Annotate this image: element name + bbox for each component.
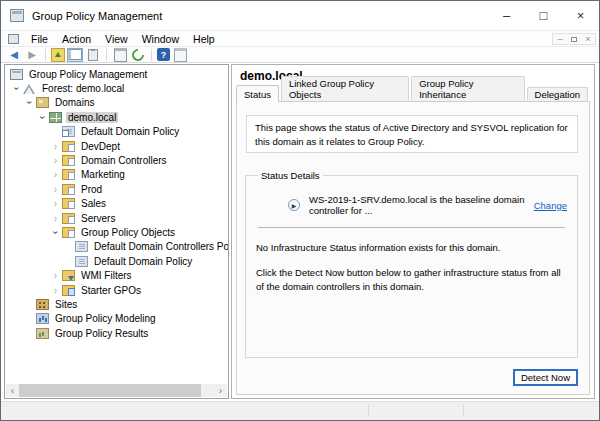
expand-chevron-icon[interactable]: › <box>49 139 62 153</box>
baseline-dc-row: ▶ WS-2019-1-SRV.demo.local is the baseli… <box>256 194 567 216</box>
expand-chevron-icon[interactable]: › <box>49 153 62 167</box>
scrollbar-track[interactable] <box>19 384 214 397</box>
status-details-legend: Status Details <box>258 170 323 181</box>
gpo-link-icon <box>62 126 75 137</box>
expand-chevron-icon[interactable]: › <box>49 268 62 282</box>
tree-item-forest-demo-local[interactable]: ›Forest: demo.local <box>5 81 228 95</box>
tree-item-sales[interactable]: ›Sales <box>5 197 228 211</box>
expand-chevron-icon[interactable]: › <box>49 197 62 211</box>
menu-window[interactable]: Window <box>135 32 186 46</box>
expander-spacer <box>23 297 36 311</box>
tree-item-wmi-filters[interactable]: ›WMI Filters <box>5 268 228 282</box>
tab-group-policy-inheritance[interactable]: Group Policy Inheritance <box>411 76 524 102</box>
modeling-icon <box>36 313 49 324</box>
statusbar-separator <box>463 405 464 417</box>
forward-icon[interactable] <box>24 48 40 62</box>
scroll-left-icon[interactable]: ‹ <box>6 384 19 397</box>
console-tree-panel: Group Policy Management›Forest: demo.loc… <box>4 64 229 399</box>
tree-item-sites[interactable]: Sites <box>5 297 228 311</box>
tree-item-label: Domains <box>53 97 96 108</box>
tree-item-starter-gpos[interactable]: ›Starter GPOs <box>5 283 228 297</box>
expander-spacer <box>23 312 36 326</box>
console-icon <box>10 69 23 80</box>
menu-action[interactable]: Action <box>55 32 98 46</box>
gpo-icon <box>75 256 88 267</box>
ou-icon <box>62 169 75 180</box>
domain-icon <box>49 112 62 123</box>
tree-item-label: Group Policy Management <box>27 69 149 80</box>
help-icon[interactable] <box>157 48 170 61</box>
export-list-icon[interactable] <box>172 48 188 62</box>
gpmc-snapin-icon <box>8 34 19 44</box>
status-tab-page: This page shows the status of Active Dir… <box>236 101 590 395</box>
window-title: Group Policy Management <box>32 10 162 22</box>
tree-item-devdept[interactable]: ›DevDept <box>5 139 228 153</box>
wmi-icon <box>62 270 75 281</box>
close-button[interactable]: × <box>562 1 599 30</box>
properties-icon[interactable] <box>112 48 128 62</box>
toolbar-separator <box>151 49 152 61</box>
collapse-chevron-icon[interactable]: › <box>10 81 23 95</box>
tab-delegation[interactable]: Delegation <box>527 87 588 102</box>
collapse-chevron-icon[interactable]: › <box>49 225 62 239</box>
tree-item-servers[interactable]: ›Servers <box>5 211 228 225</box>
console-tree: Group Policy Management›Forest: demo.loc… <box>5 67 228 384</box>
tree-item-default-domain-policy[interactable]: Default Domain Policy <box>5 254 228 268</box>
tree-item-label: Default Domain Policy <box>79 126 181 137</box>
tree-item-default-domain-policy[interactable]: Default Domain Policy <box>5 125 228 139</box>
expand-status-icon[interactable]: ▶ <box>288 199 300 211</box>
mdi-minimize-button[interactable]: – <box>553 34 567 44</box>
toolbar-separator <box>45 49 46 61</box>
ou-icon <box>62 198 75 209</box>
tree-item-group-policy-modeling[interactable]: Group Policy Modeling <box>5 312 228 326</box>
tree-item-label: Sales <box>79 198 108 209</box>
results-icon <box>36 328 49 339</box>
menu-help[interactable]: Help <box>186 32 222 46</box>
tree-item-group-policy-results[interactable]: Group Policy Results <box>5 326 228 340</box>
tree-item-label: Marketing <box>79 169 127 180</box>
collapse-chevron-icon[interactable]: › <box>23 96 36 110</box>
status-bar <box>1 401 599 420</box>
minimize-button[interactable]: – <box>488 1 525 30</box>
tree-item-marketing[interactable]: ›Marketing <box>5 168 228 182</box>
tab-linked-group-policy-objects[interactable]: Linked Group Policy Objects <box>281 76 409 102</box>
tree-item-group-policy-management[interactable]: Group Policy Management <box>5 67 228 81</box>
tree-item-default-domain-controllers-policy[interactable]: Default Domain Controllers Policy <box>5 240 228 254</box>
tree-item-domains[interactable]: ›Domains <box>5 96 228 110</box>
expand-chevron-icon[interactable]: › <box>49 182 62 196</box>
expand-chevron-icon[interactable]: › <box>49 283 62 297</box>
tree-item-domain-controllers[interactable]: ›Domain Controllers <box>5 153 228 167</box>
scroll-right-icon[interactable]: › <box>214 384 227 397</box>
expander-spacer <box>62 240 75 254</box>
detect-now-button[interactable]: Detect Now <box>513 369 578 386</box>
tree-item-demo-local[interactable]: ›demo.local <box>5 110 228 124</box>
tree-item-group-policy-objects[interactable]: ›Group Policy Objects <box>5 225 228 239</box>
up-one-level-icon[interactable] <box>51 48 65 62</box>
expand-chevron-icon[interactable]: › <box>49 168 62 182</box>
starter-icon <box>62 285 75 296</box>
main-area: Group Policy Management›Forest: demo.loc… <box>1 64 599 401</box>
paste-icon[interactable] <box>85 48 101 62</box>
change-link[interactable]: Change <box>534 200 567 211</box>
back-icon[interactable] <box>6 48 22 62</box>
collapse-chevron-icon[interactable]: › <box>36 110 49 124</box>
tab-status[interactable]: Status <box>236 85 279 102</box>
no-infrastructure-text: No Infrastructure Status information exi… <box>256 241 567 255</box>
mdi-close-button[interactable]: × <box>581 34 595 44</box>
status-intro-box: This page shows the status of Active Dir… <box>246 115 578 153</box>
gpo-folder-icon <box>62 227 75 238</box>
refresh-icon[interactable] <box>130 48 146 62</box>
scrollbar-thumb[interactable] <box>19 384 201 397</box>
menu-view[interactable]: View <box>98 32 135 46</box>
tree-item-label: Servers <box>79 213 117 224</box>
expand-chevron-icon[interactable]: › <box>49 211 62 225</box>
mdi-restore-button[interactable] <box>567 34 581 44</box>
status-details-divider <box>258 227 565 228</box>
show-console-tree-icon[interactable] <box>67 48 83 62</box>
tree-horizontal-scrollbar[interactable]: ‹ › <box>6 384 227 397</box>
statusbar-separator <box>368 405 369 417</box>
ou-icon <box>62 155 75 166</box>
maximize-button[interactable]: □ <box>525 1 562 30</box>
tree-item-prod[interactable]: ›Prod <box>5 182 228 196</box>
menu-file[interactable]: File <box>24 32 55 46</box>
